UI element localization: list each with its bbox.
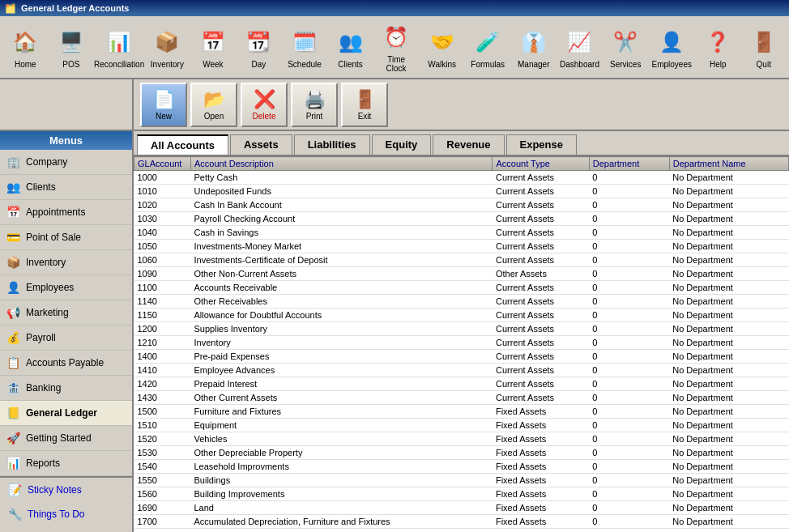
sidebar-bottom-addressbook[interactable]: 📖Address Book: [0, 526, 132, 532]
toolbar-btn-timeclock[interactable]: ⏰Time Clock: [374, 19, 419, 75]
table-row[interactable]: 1050Investments-Money MarketCurrent Asse…: [134, 240, 789, 253]
table-row[interactable]: 1000Petty CashCurrent Assets0No Departme…: [134, 171, 789, 185]
sidebar-label-appointments: Appointments: [26, 206, 85, 218]
action-btn-print[interactable]: 🖨️Print: [291, 83, 338, 127]
action-btn-exit[interactable]: 🚪Exit: [341, 83, 388, 127]
sidebar-item-accountspayable[interactable]: 📋Accounts Payable: [0, 351, 132, 376]
table-row[interactable]: 1510EquipmentFixed Assets0No Department: [134, 419, 789, 432]
action-btn-new[interactable]: 📄New: [140, 83, 187, 127]
table-row[interactable]: 1700Accumulated Depreciation, Furniture …: [134, 515, 789, 529]
sidebar-item-payroll[interactable]: 💰Payroll: [0, 326, 132, 351]
tab-bar: All AccountsAssetsLiabilitiesEquityReven…: [134, 131, 789, 156]
toolbar-icon-home: 🏠: [9, 26, 41, 58]
table-cell-col2: Current Assets: [493, 253, 589, 267]
sidebar-bottom-todo[interactable]: 🔧Things To Do: [0, 502, 132, 526]
table-cell-col3: 0: [589, 501, 669, 515]
table-cell-col0: 1090: [134, 267, 191, 281]
table-row[interactable]: 1430Other Current AssetsCurrent Assets0N…: [134, 391, 789, 405]
table-cell-col2: Fixed Assets: [493, 529, 589, 533]
sidebar-item-inventory[interactable]: 📦Inventory: [0, 250, 132, 275]
toolbar-btn-schedule[interactable]: 🗓️Schedule: [283, 19, 327, 75]
sidebar-item-reports[interactable]: 📊Reports: [0, 451, 132, 476]
action-icon-exit: 🚪: [354, 89, 376, 110]
table-row[interactable]: 1100Accounts ReceivableCurrent Assets0No…: [134, 281, 789, 295]
toolbar-icon-schedule: 🗓️: [288, 26, 321, 58]
table-row[interactable]: 1540Leasehold ImprovmentsFixed Assets0No…: [134, 460, 789, 474]
toolbar-btn-dashboard[interactable]: 📈Dashboard: [557, 19, 602, 75]
tab-allaccounts[interactable]: All Accounts: [137, 134, 228, 155]
tab-liabilities[interactable]: Liabilities: [294, 134, 370, 155]
toolbar-btn-clients[interactable]: 👥Clients: [328, 19, 373, 75]
table-row[interactable]: 1210InventoryCurrent Assets0No Departmen…: [134, 336, 789, 350]
table-row[interactable]: 1090Other Non-Current AssetsOther Assets…: [134, 267, 789, 281]
toolbar-btn-help[interactable]: ❓Help: [696, 19, 740, 75]
sidebar-item-banking[interactable]: 🏦Banking: [0, 376, 132, 401]
table-row[interactable]: 1060Investments-Certificate of DepositCu…: [134, 253, 789, 267]
sidebar-bottom-label-stickynotes: Sticky Notes: [28, 484, 82, 496]
table-row[interactable]: 1550BuildingsFixed Assets0No Department: [134, 474, 789, 487]
sidebar-item-employees[interactable]: 👤Employees: [0, 275, 132, 300]
table-cell-col3: 0: [589, 515, 669, 529]
table-row[interactable]: 1010Undeposited FundsCurrent Assets0No D…: [134, 185, 789, 198]
sidebar-item-gettingstarted[interactable]: 🚀Getting Started: [0, 426, 132, 451]
toolbar-btn-reconciliation[interactable]: 📊Reconciliation: [95, 19, 143, 75]
table-row[interactable]: 1040Cash in SavingsCurrent Assets0No Dep…: [134, 226, 789, 240]
sidebar-item-generalledger[interactable]: 📒General Ledger: [0, 401, 132, 426]
toolbar-btn-services[interactable]: ✂️Services: [603, 19, 648, 75]
table-cell-col2: Fixed Assets: [493, 487, 589, 501]
toolbar-label-clients: Clients: [338, 60, 363, 69]
toolbar-icon-formulas: 🧪: [471, 26, 504, 58]
action-btn-delete[interactable]: ❌Delete: [241, 83, 288, 127]
table-row[interactable]: 1530Other Depreciable PropertyFixed Asse…: [134, 446, 789, 460]
table-cell-col1: Accumulated Depreciation, Furniture and …: [191, 515, 493, 529]
toolbar-btn-pos[interactable]: 🖥️POS: [49, 19, 94, 75]
table-cell-col4: No Department: [669, 529, 788, 533]
col-header-department-name: Department Name: [669, 157, 788, 171]
toolbar-btn-manager[interactable]: 👔Manager: [511, 19, 556, 75]
toolbar-btn-walkins[interactable]: 🤝Walkins: [420, 19, 464, 75]
toolbar-btn-week[interactable]: 📅Week: [191, 19, 236, 75]
toolbar-btn-quit[interactable]: 🚪Quit: [742, 19, 787, 75]
toolbar-btn-day[interactable]: 📆Day: [237, 19, 281, 75]
table-row[interactable]: 1030Payroll Checking AccountCurrent Asse…: [134, 212, 789, 226]
sidebar-item-company[interactable]: 🏢Company: [0, 150, 132, 175]
table-row[interactable]: 1410Employee AdvancesCurrent Assets0No D…: [134, 364, 789, 377]
sidebar-bottom-stickynotes[interactable]: 📝Sticky Notes: [0, 478, 132, 502]
sidebar-icon-gettingstarted: 🚀: [5, 430, 21, 446]
tab-assets[interactable]: Assets: [230, 134, 292, 155]
sidebar-icon-company: 🏢: [5, 154, 21, 170]
sidebar-item-appointments[interactable]: 📅Appointments: [0, 200, 132, 225]
accounts-table-container[interactable]: GLAccountAccount DescriptionAccount Type…: [134, 156, 789, 532]
tab-expense[interactable]: Expense: [506, 134, 577, 155]
toolbar-btn-employees[interactable]: 👤Employees: [649, 19, 693, 75]
table-cell-col3: 0: [589, 460, 669, 474]
table-cell-col0: 1540: [134, 460, 191, 474]
table-row[interactable]: 1200Supplies InventoryCurrent Assets0No …: [134, 322, 789, 336]
table-row[interactable]: 1420Prepaid InterestCurrent Assets0No De…: [134, 377, 789, 391]
sidebar-item-marketing[interactable]: 📢Marketing: [0, 300, 132, 326]
table-cell-col0: 1410: [134, 364, 191, 377]
table-cell-col4: No Department: [669, 501, 788, 515]
tab-equity[interactable]: Equity: [372, 134, 432, 155]
sidebar-item-clients[interactable]: 👥Clients: [0, 175, 132, 200]
toolbar-btn-inventory[interactable]: 📦Inventory: [145, 19, 190, 75]
tab-revenue[interactable]: Revenue: [433, 134, 504, 155]
table-cell-col3: 0: [589, 267, 669, 281]
table-row[interactable]: 1020Cash In Bank AccountCurrent Assets0N…: [134, 198, 789, 212]
table-cell-col0: 1100: [134, 281, 191, 295]
table-row[interactable]: 1150Allowance for Doubtful AccountsCurre…: [134, 309, 789, 322]
table-cell-col2: Current Assets: [493, 377, 589, 391]
sidebar-item-pointofsale[interactable]: 💳Point of Sale: [0, 225, 132, 250]
table-row[interactable]: 1690LandFixed Assets0No Department: [134, 501, 789, 515]
action-btn-open[interactable]: 📂Open: [190, 83, 237, 127]
table-row[interactable]: 1500Furniture and FixturesFixed Assets0N…: [134, 405, 789, 419]
table-row[interactable]: 1560Building ImprovementsFixed Assets0No…: [134, 487, 789, 501]
toolbar-btn-formulas[interactable]: 🧪Formulas: [466, 19, 510, 75]
toolbar-btn-home[interactable]: 🏠Home: [3, 19, 48, 75]
table-row[interactable]: 1400Pre-paid ExpensesCurrent Assets0No D…: [134, 350, 789, 364]
table-cell-col3: 0: [589, 336, 669, 350]
table-cell-col1: Equipment: [191, 419, 493, 432]
table-row[interactable]: 1710Accumulated Depreciation, EquipmentF…: [134, 529, 789, 533]
table-row[interactable]: 1140Other ReceivablesCurrent Assets0No D…: [134, 295, 789, 309]
table-row[interactable]: 1520VehiclesFixed Assets0No Department: [134, 432, 789, 446]
